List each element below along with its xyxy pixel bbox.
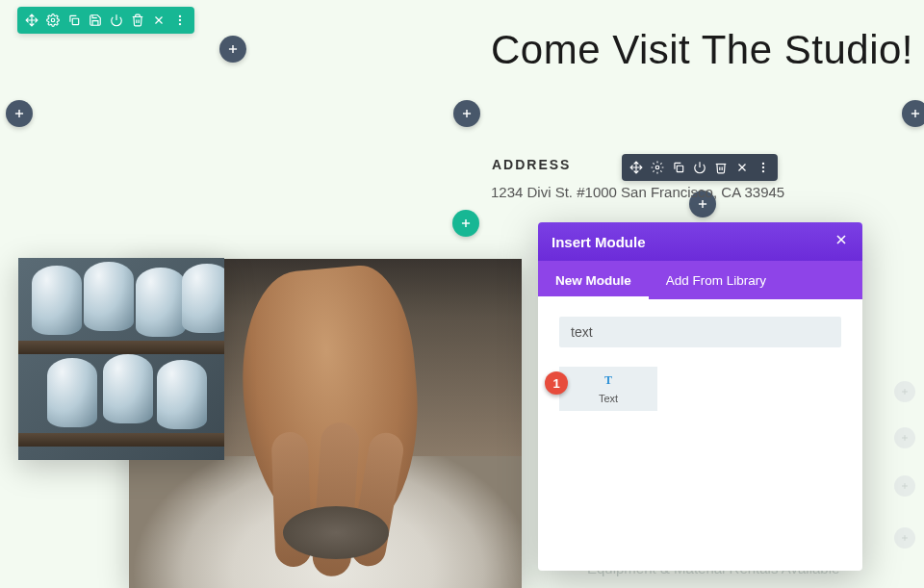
- svg-point-15: [762, 170, 764, 172]
- section-toolbar: [17, 7, 194, 34]
- add-section-button[interactable]: [219, 36, 246, 63]
- move-icon[interactable]: [626, 157, 647, 178]
- modal-title: Insert Module: [552, 234, 646, 250]
- svg-rect-1: [72, 18, 78, 24]
- ghost-add-button[interactable]: [894, 381, 915, 402]
- svg-rect-9: [677, 166, 682, 171]
- address-label: ADDRESS: [492, 157, 571, 172]
- page-heading: Come Visit The Studio!: [491, 27, 913, 73]
- add-row-button[interactable]: [902, 100, 924, 127]
- power-icon[interactable]: [689, 157, 710, 178]
- svg-point-7: [179, 23, 181, 25]
- trash-icon[interactable]: [127, 10, 148, 31]
- svg-point-6: [179, 19, 181, 21]
- svg-point-13: [762, 163, 764, 165]
- add-row-button[interactable]: [453, 100, 480, 127]
- close-icon[interactable]: [732, 157, 753, 178]
- svg-point-8: [655, 166, 659, 169]
- ghost-add-button[interactable]: [894, 475, 915, 497]
- address-text: 1234 Divi St. #1000 San Francisco, CA 33…: [491, 184, 784, 200]
- tab-new-module[interactable]: New Module: [538, 261, 649, 299]
- gear-icon[interactable]: [647, 157, 668, 178]
- svg-point-5: [179, 15, 181, 17]
- add-row-button[interactable]: [6, 100, 33, 127]
- svg-text:T: T: [604, 373, 612, 387]
- modal-tabs: New Module Add From Library: [538, 261, 862, 299]
- trash-icon[interactable]: [710, 157, 732, 178]
- ghost-add-button[interactable]: [894, 527, 915, 549]
- text-icon: T: [600, 373, 617, 391]
- studio-image-cups: [18, 258, 224, 460]
- duplicate-icon[interactable]: [668, 157, 689, 178]
- insert-module-modal: Insert Module New Module Add From Librar…: [538, 222, 862, 571]
- gear-icon[interactable]: [42, 10, 64, 31]
- modal-close-button[interactable]: [834, 232, 849, 251]
- svg-point-14: [762, 166, 764, 168]
- module-text-label: Text: [599, 393, 618, 404]
- ghost-add-button[interactable]: [894, 427, 915, 448]
- more-icon[interactable]: [753, 157, 774, 178]
- tab-add-from-library[interactable]: Add From Library: [649, 261, 783, 299]
- more-icon[interactable]: [169, 10, 191, 31]
- module-search-input[interactable]: [559, 317, 841, 347]
- power-icon[interactable]: [106, 10, 127, 31]
- module-toolbar: [622, 154, 778, 181]
- modal-header[interactable]: Insert Module: [538, 222, 862, 261]
- svg-point-0: [51, 18, 55, 22]
- modal-body: T Text: [538, 299, 862, 571]
- close-icon[interactable]: [148, 10, 169, 31]
- add-module-button[interactable]: [452, 210, 479, 237]
- move-icon[interactable]: [21, 10, 42, 31]
- module-text[interactable]: T Text: [559, 367, 657, 411]
- save-icon[interactable]: [85, 10, 106, 31]
- callout-marker-1: 1: [545, 371, 568, 395]
- duplicate-icon[interactable]: [64, 10, 85, 31]
